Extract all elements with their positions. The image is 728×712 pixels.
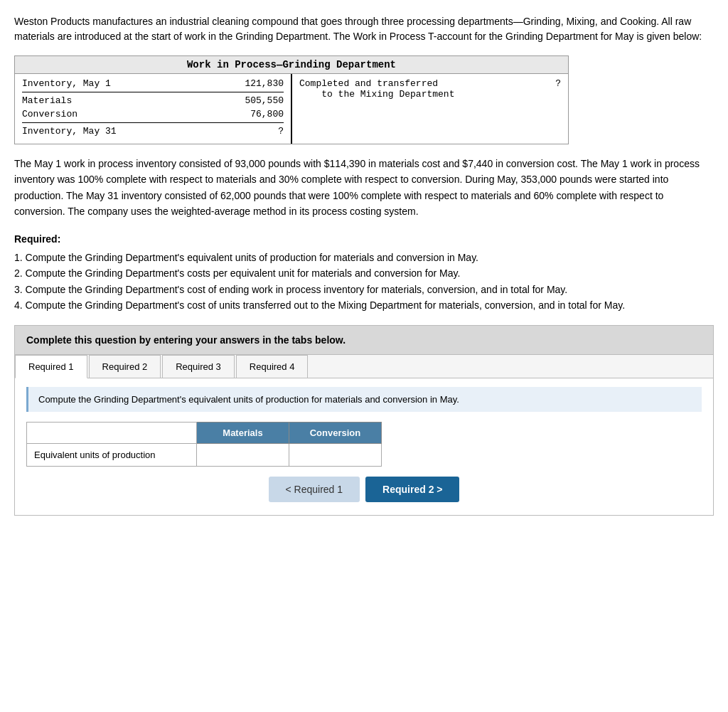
nav-buttons: < Required 1 Required 2 >	[26, 467, 702, 506]
required-item-1: 1. Compute the Grinding Department's equ…	[14, 250, 714, 265]
required-item-3: 3. Compute the Grinding Department's cos…	[14, 282, 714, 297]
tab-required-2[interactable]: Required 2	[89, 355, 161, 378]
equiv-units-label: Equivalent units of production	[27, 443, 197, 466]
t-inv-may1-value: 121,830	[227, 78, 284, 89]
materials-header: Materials	[197, 422, 289, 443]
complete-banner: Complete this question by entering your …	[14, 325, 714, 355]
required-item-4: 4. Compute the Grinding Department's cos…	[14, 297, 714, 313]
required-label: Required:	[14, 231, 714, 247]
required-item-2: 2. Compute the Grinding Department's cos…	[14, 265, 714, 281]
conversion-input-cell[interactable]	[289, 443, 382, 466]
t-completed-value: ?	[504, 78, 561, 100]
t-inv-may1-label: Inventory, May 1	[22, 78, 227, 89]
next-button[interactable]: Required 2 >	[365, 477, 459, 502]
tab-required-1[interactable]: Required 1	[15, 355, 87, 378]
t-completed-label: Completed and transferred to the Mixing …	[299, 78, 504, 100]
materials-input[interactable]	[204, 448, 282, 462]
tab-required-3[interactable]: Required 3	[162, 355, 235, 378]
prev-button[interactable]: < Required 1	[269, 477, 360, 502]
t-inv-may31-value: ?	[227, 126, 284, 137]
table-empty-header	[27, 422, 197, 443]
tabs-container: Required 1 Required 2 Required 3 Require…	[14, 355, 714, 516]
intro-text: Weston Products manufactures an industri…	[14, 14, 714, 44]
t-account-right: Completed and transferred to the Mixing …	[292, 74, 568, 144]
tabs-row: Required 1 Required 2 Required 3 Require…	[15, 355, 713, 378]
t-materials-value: 505,550	[227, 95, 284, 106]
t-materials-label: Materials	[22, 95, 227, 106]
t-account-left: Inventory, May 1 121,830 Materials 505,5…	[15, 74, 292, 144]
answer-table: Materials Conversion Equivalent units of…	[26, 422, 382, 467]
tab-instruction: Compute the Grinding Department's equiva…	[26, 387, 702, 412]
conversion-input[interactable]	[296, 448, 374, 462]
body-text: The May 1 work in process inventory cons…	[14, 156, 714, 220]
t-inv-may31-label: Inventory, May 31	[22, 126, 227, 137]
tab-content: Compute the Grinding Department's equiva…	[15, 378, 713, 515]
t-account: Work in Process—Grinding Department Inve…	[14, 55, 569, 144]
required-section: Required: 1. Compute the Grinding Depart…	[14, 231, 714, 314]
materials-input-cell[interactable]	[197, 443, 289, 466]
table-row: Equivalent units of production	[27, 443, 382, 466]
t-conversion-label: Conversion	[22, 109, 227, 119]
t-account-title: Work in Process—Grinding Department	[15, 56, 568, 74]
t-conversion-value: 76,800	[227, 109, 284, 119]
conversion-header: Conversion	[289, 422, 382, 443]
tab-required-4[interactable]: Required 4	[236, 355, 309, 378]
